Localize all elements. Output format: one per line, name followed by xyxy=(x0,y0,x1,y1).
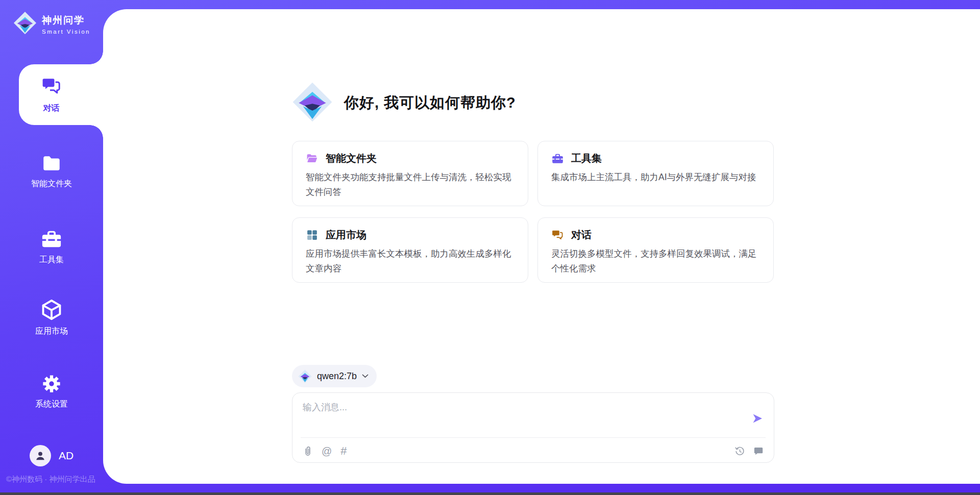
attachment-paperclip-icon[interactable] xyxy=(303,445,313,457)
briefcase-icon xyxy=(551,152,564,165)
sidebar-item-label: 对话 xyxy=(43,103,60,114)
sidebar-item-chat[interactable]: 对话 xyxy=(19,64,103,125)
app-grid-icon xyxy=(306,229,318,241)
folder-open-icon xyxy=(306,152,318,165)
topic-hash-icon[interactable]: # xyxy=(340,445,347,457)
greeting-diamond-icon xyxy=(292,82,333,125)
history-icon[interactable] xyxy=(734,446,745,457)
sidebar-item-label: 应用市场 xyxy=(35,326,68,337)
model-name: qwen2:7b xyxy=(317,371,357,382)
user-profile[interactable]: AD xyxy=(30,445,74,466)
send-icon[interactable] xyxy=(751,412,764,427)
card-description: 灵活切换多模型文件，支持多样回复效果调试，满足个性化需求 xyxy=(551,246,760,276)
sidebar-item-toolset[interactable]: 工具集 xyxy=(0,228,103,265)
gear-icon xyxy=(41,373,62,394)
composer-toolbar: @ # xyxy=(303,443,764,459)
message-composer: @ # xyxy=(292,392,774,463)
chat-bubbles-icon xyxy=(551,229,564,241)
sidebar-item-smart-folder[interactable]: 智能文件夹 xyxy=(0,153,103,189)
window-bottom-edge xyxy=(0,492,980,495)
feature-cards: 智能文件夹 智能文件夹功能支持批量文件上传与清洗，轻松实现文件问答 工具集 集成… xyxy=(292,141,774,283)
cube-icon xyxy=(40,298,63,321)
toolbox-icon xyxy=(40,228,63,250)
user-initials: AD xyxy=(59,450,74,462)
card-description: 应用市场提供丰富长文本模板，助力高效生成多样化文章内容 xyxy=(306,246,514,276)
card-app-market[interactable]: 应用市场 应用市场提供丰富长文本模板，助力高效生成多样化文章内容 xyxy=(292,217,528,283)
brand-diamond-icon xyxy=(13,11,37,37)
card-title: 工具集 xyxy=(571,152,602,165)
sidebar: 神州问学 Smart Vision 对话 智能文件夹 xyxy=(0,0,103,495)
folder-icon xyxy=(41,153,62,174)
sidebar-item-app-market[interactable]: 应用市场 xyxy=(0,298,103,337)
card-title: 智能文件夹 xyxy=(326,152,377,165)
card-chat[interactable]: 对话 灵活切换多模型文件，支持多样回复效果调试，满足个性化需求 xyxy=(537,217,774,283)
greeting-title: 你好, 我可以如何帮助你? xyxy=(344,93,516,113)
sidebar-item-label: 系统设置 xyxy=(35,399,68,410)
sidebar-item-label: 智能文件夹 xyxy=(31,179,72,189)
sidebar-item-settings[interactable]: 系统设置 xyxy=(0,373,103,410)
mention-at-icon[interactable]: @ xyxy=(322,446,332,456)
brand-logo: 神州问学 Smart Vision xyxy=(13,11,90,37)
chat-bubbles-icon xyxy=(41,76,62,99)
card-smart-folder[interactable]: 智能文件夹 智能文件夹功能支持批量文件上传与清洗，轻松实现文件问答 xyxy=(292,141,528,206)
brand-subtitle: Smart Vision xyxy=(42,29,90,35)
composer-divider xyxy=(301,437,766,438)
card-title: 应用市场 xyxy=(326,228,366,242)
chevron-down-icon xyxy=(362,374,369,378)
message-input[interactable] xyxy=(303,401,742,432)
copyright-text: ©神州数码 · 神州问学出品 xyxy=(6,475,95,484)
card-toolset[interactable]: 工具集 集成市场上主流工具，助力AI与外界无缝扩展与对接 xyxy=(537,141,774,206)
card-description: 智能文件夹功能支持批量文件上传与清洗，轻松实现文件问答 xyxy=(306,170,514,200)
card-title: 对话 xyxy=(571,228,592,242)
model-diamond-icon xyxy=(298,369,312,383)
card-description: 集成市场上主流工具，助力AI与外界无缝扩展与对接 xyxy=(551,170,760,185)
model-selector[interactable]: qwen2:7b xyxy=(292,365,377,387)
avatar xyxy=(30,445,51,466)
chat-panel-icon[interactable] xyxy=(753,446,764,456)
sidebar-item-label: 工具集 xyxy=(39,255,64,265)
greeting: 你好, 我可以如何帮助你? xyxy=(292,82,516,125)
brand-name: 神州问学 xyxy=(42,14,90,27)
